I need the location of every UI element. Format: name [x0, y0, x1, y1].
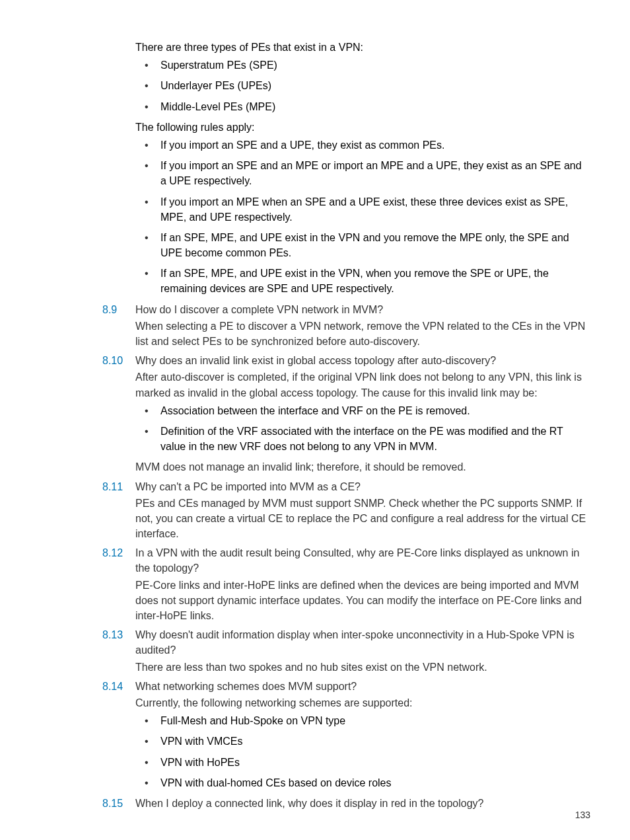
faq-8-14: 8.14 What networking schemes does MVM su… [135, 679, 587, 790]
list-item: Underlayer PEs (UPEs) [135, 78, 587, 93]
faq-8-9: 8.9 How do I discover a complete VPN net… [135, 302, 587, 350]
faq-answer: After auto-discover is completed, if the… [135, 369, 587, 400]
intro-list1: Superstratum PEs (SPE) Underlayer PEs (U… [135, 57, 587, 114]
list-item: VPN with HoPEs [135, 755, 587, 770]
list-item: Definition of the VRF associated with th… [135, 424, 587, 454]
list-item: VPN with VMCEs [135, 734, 587, 749]
faq-number: 8.10 [102, 353, 123, 368]
list-item: If an SPE, MPE, and UPE exist in the VPN… [135, 230, 587, 260]
list-item: Full-Mesh and Hub-Spoke on VPN type [135, 713, 587, 728]
list-item: Middle-Level PEs (MPE) [135, 99, 587, 114]
faq-number: 8.9 [102, 302, 117, 317]
faq-question: In a VPN with the audit result being Con… [135, 545, 587, 576]
faq-8-11: 8.11 Why can't a PC be imported into MVM… [135, 479, 587, 542]
faq-question: What networking schemes does MVM support… [135, 679, 587, 694]
intro-list2: If you import an SPE and a UPE, they exi… [135, 137, 587, 297]
page-number: 133 [575, 808, 590, 821]
faq-bullet-list: Association between the interface and VR… [135, 403, 587, 455]
faq-answer: Currently, the following networking sche… [135, 695, 587, 710]
faq-question: When I deploy a connected link, why does… [135, 796, 587, 811]
faq-answer: PEs and CEs managed by MVM must support … [135, 496, 587, 542]
list-item: If you import an SPE and a UPE, they exi… [135, 137, 587, 153]
faq-question: How do I discover a complete VPN network… [135, 302, 587, 317]
intro-p1: There are three types of PEs that exist … [135, 40, 587, 55]
faq-number: 8.14 [102, 679, 123, 694]
list-item: If you import an SPE and an MPE or impor… [135, 158, 587, 188]
faq-question: Why can't a PC be imported into MVM as a… [135, 479, 587, 494]
document-content: There are three types of PEs that exist … [135, 40, 587, 811]
list-item: Association between the interface and VR… [135, 403, 587, 418]
faq-8-15: 8.15 When I deploy a connected link, why… [135, 796, 587, 811]
faq-number: 8.12 [102, 545, 123, 560]
faq-answer-followup: MVM does not manage an invalid link; the… [135, 459, 587, 475]
faq-bullet-list: Full-Mesh and Hub-Spoke on VPN type VPN … [135, 713, 587, 790]
faq-answer: PE-Core links and inter-HoPE links are d… [135, 578, 587, 624]
faq-question: Why does an invalid link exist in global… [135, 353, 587, 368]
list-item: If you import an MPE when an SPE and a U… [135, 194, 587, 225]
list-item: Superstratum PEs (SPE) [135, 57, 587, 73]
faq-8-12: 8.12 In a VPN with the audit result bein… [135, 545, 587, 623]
list-item: If an SPE, MPE, and UPE exist in the VPN… [135, 266, 587, 296]
faq-answer: There are less than two spokes and no hu… [135, 660, 587, 675]
faq-8-10: 8.10 Why does an invalid link exist in g… [135, 353, 587, 475]
list-item: VPN with dual-homed CEs based on device … [135, 775, 587, 790]
intro-p2: The following rules apply: [135, 120, 587, 135]
faq-number: 8.13 [102, 627, 123, 642]
faq-8-13: 8.13 Why doesn't audit information displ… [135, 627, 587, 675]
faq-question: Why doesn't audit information display wh… [135, 627, 587, 658]
faq-answer: When selecting a PE to discover a VPN ne… [135, 319, 587, 349]
faq-number: 8.15 [102, 796, 123, 811]
faq-number: 8.11 [102, 479, 123, 494]
